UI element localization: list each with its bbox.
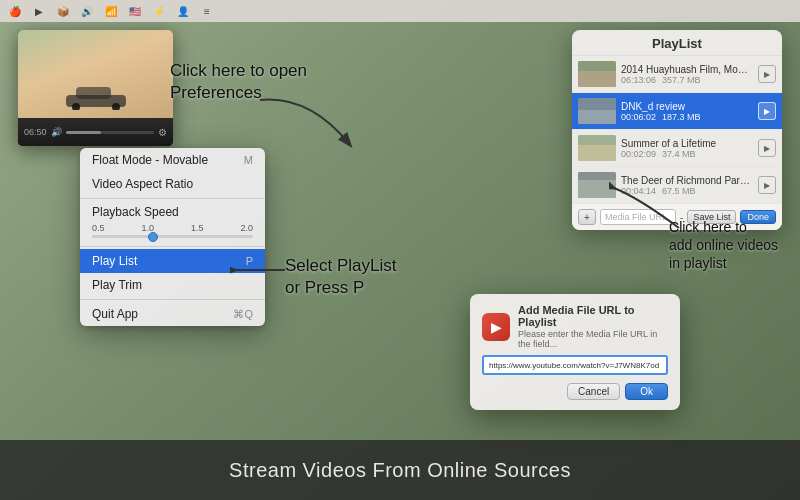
playlist-meta-3: 00:02:09 37.4 MB (621, 149, 753, 159)
bottom-bar-text: Stream Videos From Online Sources (229, 459, 571, 482)
playlist-item-3[interactable]: Summer of a Lifetime 00:02:09 37.4 MB ▶ (572, 130, 782, 167)
playlist-info-2: DNK_d review 00:06:02 187.3 MB (621, 101, 753, 122)
play-icon[interactable]: ▶ (32, 4, 46, 18)
battery-icon[interactable]: ⚡ (152, 4, 166, 18)
video-thumbnail (18, 30, 173, 118)
playlist-item-1[interactable]: 2014 Huayhuash Film, Mountain Bik... 06:… (572, 56, 782, 93)
progress-bar[interactable] (66, 131, 154, 134)
menu-item-quit[interactable]: Quit App ⌘Q (80, 302, 265, 326)
add-media-dialog: ▶ Add Media File URL to Playlist Please … (470, 294, 680, 410)
time-display: 06:50 (24, 127, 47, 137)
wifi-icon[interactable]: 📶 (104, 4, 118, 18)
playlist-play-btn-1[interactable]: ▶ (758, 65, 776, 83)
playlist-thumb-2 (578, 98, 616, 124)
ok-button[interactable]: Ok (625, 383, 668, 400)
menu-separator-1 (80, 198, 265, 199)
flag-icon[interactable]: 🇺🇸 (128, 4, 142, 18)
playlist-arrow (230, 255, 290, 285)
video-controls: 06:50 🔊 ⚙ (18, 118, 173, 146)
playlist-play-btn-4[interactable]: ▶ (758, 176, 776, 194)
add-media-button[interactable]: + (578, 209, 596, 225)
playlist-meta-2: 00:06:02 187.3 MB (621, 112, 753, 122)
playlist-info-1: 2014 Huayhuash Film, Mountain Bik... 06:… (621, 64, 753, 85)
box-icon[interactable]: 📦 (56, 4, 70, 18)
svg-rect-9 (578, 145, 616, 161)
annotation-online-videos: Click here toadd online videosin playlis… (669, 218, 778, 273)
menu-separator-3 (80, 299, 265, 300)
dialog-app-icon: ▶ (482, 313, 510, 341)
svg-rect-7 (578, 110, 616, 124)
volume-icon[interactable]: 🔊 (80, 4, 94, 18)
online-videos-arrow (609, 178, 689, 238)
speed-labels: 0.5 1.0 1.5 2.0 (92, 223, 253, 233)
cancel-button[interactable]: Cancel (567, 383, 620, 400)
volume-control[interactable]: 🔊 (51, 127, 62, 137)
dialog-header: ▶ Add Media File URL to Playlist Please … (482, 304, 668, 349)
playlist-title: PlayList (572, 30, 782, 56)
car-silhouette (61, 80, 131, 110)
context-menu: Float Mode - Movable M Video Aspect Rati… (80, 148, 265, 326)
playlist-meta-1: 06:13:06 357.7 MB (621, 75, 753, 85)
menu-item-aspect-ratio[interactable]: Video Aspect Ratio (80, 172, 265, 196)
playlist-thumb-3 (578, 135, 616, 161)
mac-menubar: 🍎 ▶ 📦 🔊 📶 🇺🇸 ⚡ 👤 ≡ (0, 0, 800, 22)
user-icon[interactable]: 👤 (176, 4, 190, 18)
preferences-arrow (250, 90, 370, 170)
bottom-bar: Stream Videos From Online Sources (0, 440, 800, 500)
playlist-item-2[interactable]: DNK_d review 00:06:02 187.3 MB ▶ (572, 93, 782, 130)
menu-item-float-mode[interactable]: Float Mode - Movable M (80, 148, 265, 172)
annotation-playlist: Select PlayListor Press P (285, 255, 397, 299)
annotation-preferences: Click here to openPreferences (170, 60, 307, 104)
playback-speed-section: Playback Speed 0.5 1.0 1.5 2.0 (80, 201, 265, 244)
dialog-header-text: Add Media File URL to Playlist Please en… (518, 304, 668, 349)
apple-icon[interactable]: 🍎 (8, 4, 22, 18)
speed-track[interactable] (92, 235, 253, 238)
playlist-info-3: Summer of a Lifetime 00:02:09 37.4 MB (621, 138, 753, 159)
svg-rect-1 (76, 87, 111, 99)
playlist-thumb-1 (578, 61, 616, 87)
speed-thumb[interactable] (148, 232, 158, 242)
playlist-play-btn-3[interactable]: ▶ (758, 139, 776, 157)
menu-icon[interactable]: ≡ (200, 4, 214, 18)
menu-separator-2 (80, 246, 265, 247)
video-player: 06:50 🔊 ⚙ (18, 30, 173, 146)
progress-fill (66, 131, 101, 134)
media-url-input[interactable]: https://www.youtube.com/watch?v=J7WN8K7o… (482, 355, 668, 375)
dialog-buttons: Cancel Ok (482, 383, 668, 400)
playlist-play-btn-2[interactable]: ▶ (758, 102, 776, 120)
settings-icon[interactable]: ⚙ (158, 127, 167, 138)
svg-rect-5 (578, 71, 616, 87)
